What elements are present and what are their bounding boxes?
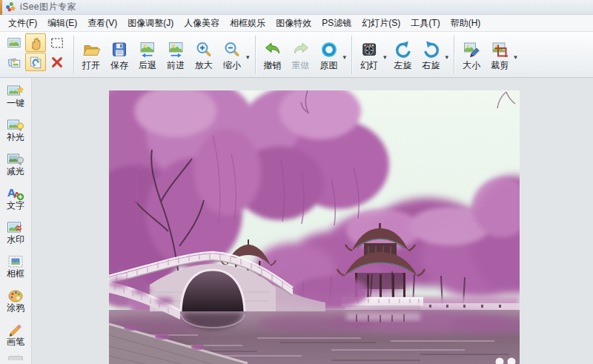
forward-label: 前进 [167,60,185,70]
hand-pan-button[interactable] [25,33,46,52]
brush-label: 画笔 [7,337,24,347]
pages-sync-icon [27,55,44,70]
redo-button[interactable]: 重做 [287,38,315,71]
app-logo-icon [4,1,16,13]
crop-icon [489,40,510,59]
menu-frame-fun[interactable]: 相框娱乐 [225,15,271,32]
photo-frame-icon [7,254,24,269]
partial-tool-icon [8,356,23,360]
redo-arrow-icon [291,40,311,59]
undo-label: 撤销 [264,60,282,70]
resize-label: 大小 [463,60,480,70]
sidebar-item-text[interactable]: A A 文字 [0,181,31,215]
left-tool-sidebar: 一键 补光 减光 [0,78,32,364]
photo-thumbnail-icon [6,36,22,50]
photo[interactable] [109,90,520,364]
original-label: 原图 [320,60,338,70]
fill-light-label: 补光 [7,133,24,142]
crop-label: 裁剪 [491,60,508,70]
sidebar-item-dim-light[interactable]: 减光 [0,147,31,181]
onekey-fix-icon [7,84,24,99]
palette-icon [7,288,24,303]
menu-image-effects[interactable]: 图像特效 [271,15,317,32]
rotate-left-button[interactable]: 左旋 [389,38,417,71]
canvas-area[interactable] [32,78,593,364]
delete-photo-button[interactable] [47,53,67,71]
original-dropdown[interactable]: ▾ [343,49,347,61]
dim-light-label: 减光 [7,167,24,176]
delete-x-icon [50,56,64,69]
sidebar-item-fill-light[interactable]: 补光 [0,113,31,147]
rotate-right-icon [421,40,442,59]
slideshow-dropdown[interactable]: ▾ [383,49,387,61]
original-view-button[interactable]: 原图 [315,38,343,71]
watermark-icon [7,220,24,235]
menu-tools[interactable]: 工具(T) [405,15,445,32]
undo-button[interactable]: 撤销 [259,38,287,71]
window-edge [0,0,2,15]
onekey-label: 一键 [7,99,24,108]
rotate-left-label: 左旋 [394,60,412,70]
rotate-right-label: 右旋 [423,60,440,70]
menu-ps-filters[interactable]: PS滤镜 [317,15,357,32]
pencil-icon [7,322,24,337]
sidebar-item-brush[interactable]: 画笔 [0,317,31,351]
marquee-select-button[interactable] [47,33,67,52]
title-bar: iSee图片专家 [0,0,593,15]
duplicate-icon [6,55,22,70]
crop-button[interactable]: 裁剪 [486,38,514,71]
doodle-label: 涂鸦 [7,303,24,313]
save-label: 保存 [110,60,128,70]
open-folder-icon [81,40,102,59]
resize-button[interactable]: 大小 [457,38,486,71]
hand-icon [28,36,43,50]
sidebar-item-frame[interactable]: 相框 [0,249,31,283]
zoom-in-button[interactable]: 放大 [190,38,218,71]
rotate-right-dropdown[interactable]: ▾ [445,49,449,61]
zoom-out-label: 缩小 [223,60,241,70]
toolbar-separator [73,36,74,74]
undo-arrow-icon [262,40,283,59]
add-text-icon: A A [7,186,24,201]
toolbar-separator [351,36,352,74]
menu-help[interactable]: 帮助(H) [445,15,486,32]
original-ring-icon [319,40,339,59]
save-button[interactable]: 保存 [105,38,133,71]
fill-light-icon [7,118,24,133]
frame-label: 相框 [7,269,24,279]
save-floppy-icon [109,40,130,59]
sidebar-item-doodle[interactable]: 涂鸦 [0,283,31,317]
menu-view[interactable]: 查看(V) [82,15,122,32]
sync-view-button[interactable] [25,53,46,71]
window-title: iSee图片专家 [20,1,76,13]
menu-image-adjust[interactable]: 图像调整(J) [122,15,179,32]
menu-bar: 文件(F) 编辑(E) 查看(V) 图像调整(J) 人像美容 相框娱乐 图像特效… [0,15,593,32]
isee-app-window: iSee图片专家 文件(F) 编辑(E) 查看(V) 图像调整(J) 人像美容 … [0,0,593,364]
rotate-right-button[interactable]: 右旋 [417,38,445,71]
redo-label: 重做 [292,60,310,70]
zoom-out-button[interactable]: 缩小 [218,38,246,71]
browse-photos-button[interactable] [4,33,24,52]
zoom-out-dropdown[interactable]: ▾ [246,49,250,61]
zoom-in-icon [193,40,214,59]
zoom-out-icon [222,40,242,59]
slideshow-button[interactable]: 幻灯 [355,38,383,71]
sidebar-item-onekey[interactable]: 一键 [0,79,31,113]
rotate-left-icon [393,40,414,59]
menu-file[interactable]: 文件(F) [3,15,42,32]
watermark-label: 水印 [7,235,24,245]
film-reel-icon [359,40,380,59]
main-area: 一键 补光 减光 [0,78,593,364]
crop-dropdown[interactable]: ▾ [514,49,517,61]
open-label: 打开 [82,60,100,70]
menu-portrait-beauty[interactable]: 人像美容 [179,15,225,32]
menu-edit[interactable]: 编辑(E) [42,15,82,32]
duplicate-photo-button[interactable] [4,53,24,71]
forward-button[interactable]: 前进 [162,38,190,71]
tool-mode-grid [4,32,67,71]
menu-slideshow[interactable]: 幻灯片(S) [357,15,405,32]
back-button[interactable]: 后退 [133,38,162,71]
text-label: 文字 [7,201,24,211]
open-button[interactable]: 打开 [77,38,105,71]
sidebar-item-watermark[interactable]: 水印 [0,215,31,249]
